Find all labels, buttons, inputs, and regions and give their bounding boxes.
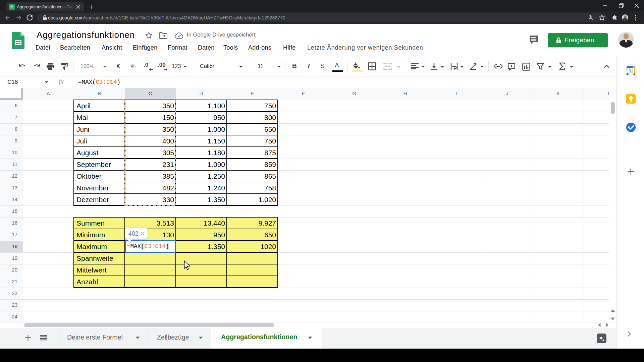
svg-text:31: 31	[629, 69, 633, 73]
